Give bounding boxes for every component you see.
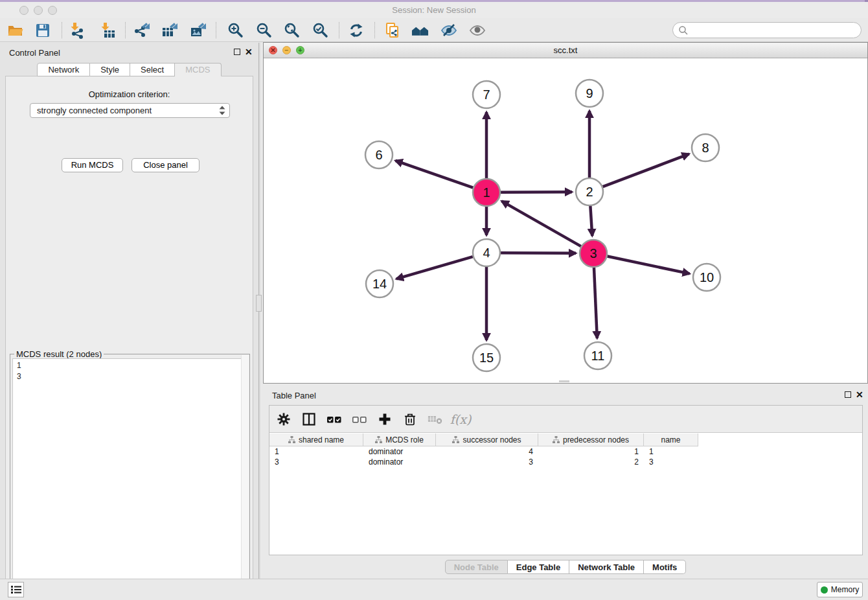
import-table-icon[interactable]	[98, 21, 116, 39]
show-graphics-icon[interactable]	[468, 21, 486, 39]
toolbar-separator	[62, 22, 62, 38]
run-mcds-button[interactable]: Run MCDS	[62, 158, 123, 172]
float-table-panel-icon[interactable]	[845, 391, 851, 398]
network-zoom-icon[interactable]: +	[296, 46, 304, 54]
column-header-successor-nodes[interactable]: successor nodes	[436, 433, 538, 446]
columns-icon[interactable]	[301, 411, 317, 427]
close-table-panel-icon[interactable]: ✕	[856, 389, 863, 400]
toolbar-separator	[125, 22, 126, 38]
canvas-grip[interactable]	[559, 380, 569, 382]
edge-4-14[interactable]	[396, 257, 473, 279]
svg-text:1: 1	[483, 185, 490, 200]
graph-node-3[interactable]: 3	[580, 240, 607, 267]
toolbar-separator	[374, 22, 375, 38]
graph-node-8[interactable]: 8	[692, 134, 719, 161]
table-header-row: shared name MCDS role successor nodes pr…	[269, 433, 698, 446]
graph-node-14[interactable]: 14	[366, 270, 393, 297]
close-panel-button[interactable]: Close panel	[131, 158, 200, 172]
deselect-all-icon[interactable]	[352, 411, 367, 427]
control-panel-title: Control Panel	[9, 48, 60, 58]
edge-2-8[interactable]	[603, 154, 689, 187]
export-table-icon[interactable]	[161, 21, 178, 39]
edge-4-3[interactable]	[501, 253, 576, 253]
graph-node-11[interactable]: 11	[584, 342, 611, 369]
network-close-icon[interactable]: ✕	[269, 46, 277, 54]
memory-button[interactable]: Memory	[817, 582, 863, 597]
search-field[interactable]	[672, 22, 862, 38]
graph-node-9[interactable]: 9	[576, 80, 603, 107]
window-close-icon[interactable]	[19, 6, 29, 15]
graph-node-15[interactable]: 15	[473, 344, 500, 371]
mcds-result-textarea[interactable]: 1 3	[12, 358, 247, 599]
network-graph[interactable]: 7968124314101511	[264, 58, 867, 383]
graph-node-7[interactable]: 7	[473, 81, 500, 108]
open-session-icon[interactable]	[6, 21, 24, 39]
search-input[interactable]	[689, 25, 861, 35]
graph-node-2[interactable]: 2	[576, 178, 603, 205]
show-all-networks-icon[interactable]	[411, 21, 429, 39]
task-history-button[interactable]	[8, 582, 24, 597]
clone-network-icon[interactable]	[383, 21, 401, 39]
table-row[interactable]: 3 dominator 3 2 3	[269, 457, 698, 467]
edge-3-1[interactable]	[501, 201, 580, 246]
memory-status-icon	[821, 586, 828, 594]
tab-node-table[interactable]: Node Table	[445, 560, 508, 574]
tab-network[interactable]: Network	[37, 63, 90, 76]
export-network-icon[interactable]	[133, 21, 150, 39]
column-header-predecessor-nodes[interactable]: predecessor nodes	[538, 433, 644, 446]
tab-mcds[interactable]: MCDS	[175, 63, 221, 76]
zoom-selected-icon[interactable]	[311, 21, 328, 39]
network-canvas[interactable]: 7968124314101511	[264, 58, 867, 383]
criterion-dropdown[interactable]: strongly connected component	[30, 103, 230, 118]
column-header-shared-name[interactable]: shared name	[269, 433, 363, 446]
zoom-in-icon[interactable]	[226, 21, 244, 39]
delete-column-icon[interactable]	[402, 411, 418, 427]
save-session-icon[interactable]	[34, 21, 51, 39]
graph-node-4[interactable]: 4	[473, 239, 500, 266]
chevron-up-down-icon	[218, 105, 227, 116]
hide-graphics-icon[interactable]	[440, 21, 457, 39]
add-column-icon[interactable]	[377, 411, 393, 427]
zoom-out-icon[interactable]	[255, 21, 272, 39]
tab-network-table[interactable]: Network Table	[569, 560, 644, 574]
select-all-icon[interactable]	[326, 411, 342, 427]
edge-1-2[interactable]	[501, 192, 572, 192]
svg-text:6: 6	[375, 148, 382, 162]
export-image-icon[interactable]	[189, 21, 207, 39]
column-header-name[interactable]: name	[644, 433, 698, 446]
edge-1-6[interactable]	[395, 161, 473, 188]
window-zoom-icon[interactable]	[48, 6, 57, 15]
tab-motifs[interactable]: Motifs	[644, 560, 686, 574]
column-header-mcds-role[interactable]: MCDS role	[363, 433, 436, 446]
tab-edge-table[interactable]: Edge Table	[508, 560, 569, 574]
tree-icon	[553, 436, 560, 443]
refresh-icon[interactable]	[347, 21, 365, 39]
control-panel: Control Panel ✕ Network Style Select MCD…	[0, 43, 258, 579]
edge-3-10[interactable]	[608, 257, 690, 274]
search-icon	[678, 25, 689, 36]
close-panel-icon[interactable]: ✕	[245, 47, 253, 57]
result-scrollbar[interactable]	[241, 355, 249, 594]
import-network-icon[interactable]	[68, 21, 86, 39]
criterion-value: strongly connected component	[37, 106, 218, 115]
zoom-fit-icon[interactable]	[282, 21, 300, 39]
gear-icon[interactable]	[276, 411, 291, 427]
edge-3-11[interactable]	[594, 268, 597, 338]
graph-node-10[interactable]: 10	[693, 264, 720, 291]
graph-node-1[interactable]: 1	[473, 179, 500, 206]
network-minimize-icon[interactable]: −	[282, 46, 291, 54]
task-list-icon	[11, 585, 21, 594]
float-panel-icon[interactable]	[234, 49, 240, 55]
tab-style[interactable]: Style	[90, 63, 130, 76]
graph-node-6[interactable]: 6	[365, 141, 393, 168]
table-row[interactable]: 1 dominator 4 1 1	[269, 446, 698, 457]
table-toolbar: f(x)	[269, 406, 862, 433]
splitter-grip[interactable]	[256, 295, 262, 312]
tab-select[interactable]: Select	[130, 63, 175, 76]
toolbar-separator	[339, 22, 339, 38]
node-table-view: f(x) shared name MCDS role successor nod…	[269, 405, 863, 555]
edge-2-3[interactable]	[590, 206, 592, 236]
network-window-titlebar[interactable]: ✕ − + scc.txt	[264, 43, 867, 58]
window-minimize-icon[interactable]	[34, 6, 43, 15]
svg-text:7: 7	[483, 87, 490, 102]
